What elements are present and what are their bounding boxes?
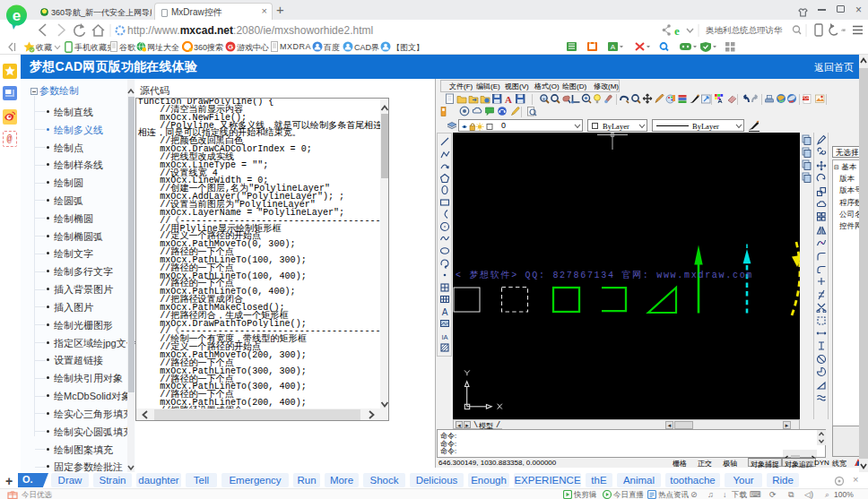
svg-text:PDF: PDF [802, 96, 810, 100]
svg-text:e: e [674, 24, 680, 38]
svg-text:G: G [228, 43, 233, 51]
svg-text:A: A [505, 94, 512, 105]
svg-text:e: e [13, 7, 21, 24]
svg-text:@: @ [6, 134, 12, 144]
svg-text:A: A [441, 307, 447, 317]
svg-text:IA: IA [441, 332, 447, 340]
svg-text:+: + [542, 96, 546, 101]
svg-text:A: A [611, 43, 616, 51]
